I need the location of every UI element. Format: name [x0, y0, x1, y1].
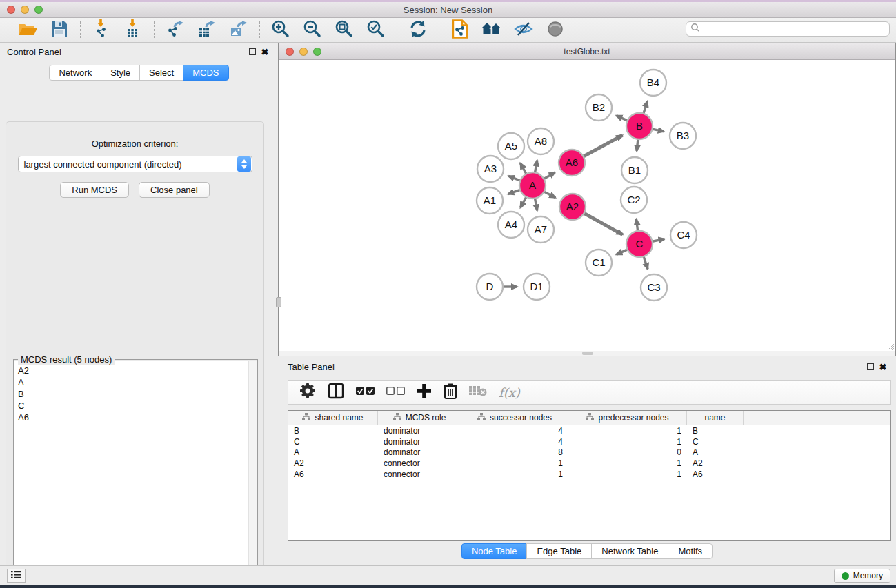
mcds-result-item[interactable]: C — [14, 400, 257, 412]
column-header-name[interactable]: name — [687, 411, 744, 425]
zoom-in-button[interactable] — [270, 20, 292, 41]
tab-motifs[interactable]: Motifs — [668, 543, 713, 559]
mcds-result-item[interactable]: A — [14, 376, 257, 388]
tab-mcds[interactable]: MCDS — [183, 65, 228, 81]
close-panel-button[interactable]: Close panel — [139, 182, 210, 198]
columns-button[interactable] — [328, 383, 344, 402]
graph-edge-C-C1[interactable] — [616, 250, 627, 254]
vertical-scrollbar-thumb[interactable] — [276, 297, 281, 307]
node-table[interactable]: shared nameMCDS rolesuccessor nodesprede… — [288, 410, 891, 541]
task-history-button[interactable] — [7, 569, 26, 583]
tab-style[interactable]: Style — [101, 65, 140, 81]
import-table-button[interactable] — [122, 20, 144, 41]
graph-edge-B-B3[interactable] — [653, 129, 664, 132]
uncheck-pair-button[interactable] — [386, 386, 405, 398]
graph-node-B4[interactable]: B4 — [640, 70, 666, 96]
graph-edge-A-A7[interactable] — [535, 199, 537, 211]
open-folder-button[interactable] — [17, 20, 39, 41]
function-builder-button[interactable]: f(x) — [499, 385, 520, 400]
plus-button[interactable] — [417, 383, 432, 401]
table-delete-button[interactable] — [469, 385, 487, 400]
graph-node-C1[interactable]: C1 — [586, 250, 612, 276]
horizontal-scrollbar-thumb[interactable] — [582, 352, 593, 355]
graph-node-C2[interactable]: C2 — [621, 187, 647, 213]
refresh-button[interactable] — [407, 20, 429, 41]
table-row[interactable]: Adominator80A — [288, 447, 890, 458]
zoom-fit-button[interactable] — [333, 20, 355, 41]
graph-node-C3[interactable]: C3 — [641, 274, 667, 301]
search-input[interactable] — [701, 24, 889, 34]
column-header-predecessor-nodes[interactable]: predecessor nodes — [568, 411, 687, 425]
graph-node-A4[interactable]: A4 — [498, 212, 524, 238]
tab-select[interactable]: Select — [139, 65, 183, 81]
graph-edge-C-C4[interactable] — [653, 239, 665, 242]
horizontal-scrollbar[interactable] — [279, 351, 895, 356]
graph-edge-A-A6[interactable] — [544, 172, 555, 179]
mcds-result-item[interactable]: A2 — [14, 365, 257, 376]
graph-node-A[interactable]: A — [519, 172, 546, 199]
float-table-panel-icon[interactable] — [864, 361, 877, 372]
close-table-panel-icon[interactable]: ✖ — [877, 361, 889, 372]
table-row[interactable]: Bdominator41B — [288, 425, 890, 436]
result-scrollbar[interactable] — [248, 361, 257, 588]
mcds-result-item[interactable]: A6 — [14, 412, 257, 423]
graph-edge-B-B1[interactable] — [637, 139, 638, 151]
zoom-out-button[interactable] — [301, 20, 323, 41]
tab-network[interactable]: Network — [49, 65, 101, 81]
export-network-button[interactable] — [164, 20, 186, 41]
graph-edge-A-A8[interactable] — [535, 161, 537, 173]
graph-edge-A-A5[interactable] — [520, 163, 526, 174]
graph-edge-C-C2[interactable] — [636, 219, 637, 231]
graph-edge-A6-B[interactable] — [584, 135, 623, 156]
graph-edge-A-A4[interactable] — [520, 197, 526, 208]
check-pair-button[interactable] — [356, 386, 375, 398]
column-header-MCDS-role[interactable]: MCDS role — [378, 411, 461, 425]
export-table-button[interactable] — [196, 20, 218, 41]
memory-button[interactable]: Memory — [834, 569, 890, 583]
graph-node-A6[interactable]: A6 — [559, 150, 585, 176]
run-mcds-button[interactable]: Run MCDS — [60, 182, 129, 198]
save-button[interactable] — [48, 20, 70, 41]
graph-node-A1[interactable]: A1 — [477, 187, 503, 214]
table-row[interactable]: Cdominator41C — [288, 436, 890, 447]
graph-edge-A-A3[interactable] — [508, 176, 520, 181]
import-network-button[interactable] — [90, 20, 112, 41]
graph-node-D1[interactable]: D1 — [524, 274, 550, 300]
table-row[interactable]: A2connector11A2 — [288, 458, 890, 469]
graph-node-C4[interactable]: C4 — [670, 222, 697, 248]
graph-edge-C-C3[interactable] — [644, 256, 648, 269]
search-box[interactable] — [686, 21, 890, 37]
float-panel-icon[interactable] — [246, 46, 259, 57]
gear-button[interactable] — [299, 383, 316, 402]
network-window-title-bar[interactable]: testGlobe.txt — [279, 43, 895, 60]
column-header-successor-nodes[interactable]: successor nodes — [461, 411, 568, 425]
graph-node-A5[interactable]: A5 — [498, 133, 524, 159]
tab-node-table[interactable]: Node Table — [461, 543, 528, 559]
mcds-result-item[interactable]: B — [14, 388, 257, 400]
graph-node-A7[interactable]: A7 — [528, 216, 554, 243]
graph-node-C[interactable]: C — [626, 231, 653, 257]
graph-node-A8[interactable]: A8 — [528, 128, 554, 154]
tab-edge-table[interactable]: Edge Table — [526, 543, 592, 559]
graph-node-A2[interactable]: A2 — [559, 194, 586, 220]
export-image-button[interactable] — [228, 20, 250, 41]
graph-node-B3[interactable]: B3 — [670, 123, 696, 149]
graph-node-B1[interactable]: B1 — [621, 157, 648, 183]
graph-edge-B-B2[interactable] — [616, 116, 627, 121]
mcds-result-list[interactable]: A2ABCA6 — [14, 361, 257, 588]
column-header-shared-name[interactable]: shared name — [288, 411, 378, 425]
graph-edge-A-A1[interactable] — [508, 190, 520, 194]
graph-edge-B-B4[interactable] — [644, 101, 648, 114]
hide-eye-button[interactable] — [512, 20, 535, 41]
close-panel-icon[interactable]: ✖ — [259, 46, 271, 57]
graph-node-B[interactable]: B — [626, 113, 653, 139]
graph-node-D[interactable]: D — [477, 274, 503, 300]
tab-network-table[interactable]: Network Table — [591, 543, 668, 559]
homes-button[interactable] — [481, 20, 503, 41]
table-row[interactable]: A6connector11A6 — [288, 469, 890, 480]
graph-edge-A2-C[interactable] — [584, 213, 623, 234]
optimization-criterion-dropdown[interactable]: largest connected component (directed) — [18, 156, 252, 172]
network-canvas[interactable]: B4B2BB3A5A8A6A3B1AA1C2A2A4A7C4CC1C3DD1 — [279, 60, 895, 356]
network-document-button[interactable] — [449, 20, 471, 41]
graph-node-A3[interactable]: A3 — [477, 156, 504, 182]
